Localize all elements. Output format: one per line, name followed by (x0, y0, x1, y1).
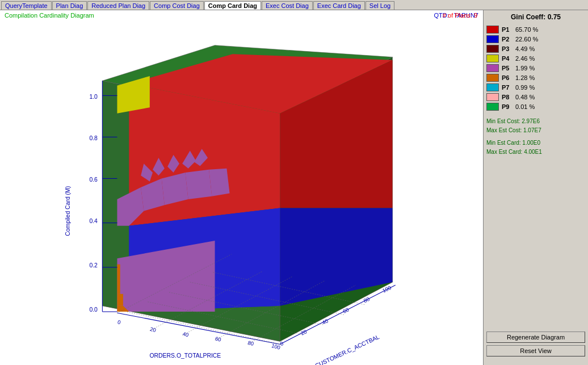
stats-section: Min Est Cost: 2.97E6 Max Est Cost: 1.07E… (486, 117, 585, 157)
legend-item-p2: P222.60 % (486, 35, 585, 43)
legend-pct-p4: 2.46 % (515, 55, 535, 62)
max-est-card: Max Est Card: 4.00E1 (486, 148, 585, 157)
legend-item-p7: P70.99 % (486, 83, 585, 91)
legend-color-p9 (486, 103, 499, 111)
min-est-card-label: Min Est Card: (486, 140, 521, 146)
tab-querytemplate[interactable]: QueryTemplate (1, 1, 52, 10)
tab-plan-diag[interactable]: Plan Diag (52, 1, 87, 10)
main-content: Compilation Cardinality Diagram QTD: TAR… (0, 10, 588, 365)
legend-pct-p5: 1.99 % (515, 65, 535, 72)
legend-item-p6: P61.28 % (486, 74, 585, 82)
diagram-header: Compilation Cardinality Diagram QTD: TAR… (0, 10, 483, 20)
legend-item-p9: P90.01 % (486, 103, 585, 111)
gini-value: 0.75 (548, 13, 561, 21)
legend-item-p4: P42.46 % (486, 54, 585, 62)
regenerate-button[interactable]: Regenerate Diagram (486, 332, 585, 343)
min-est-card-value: 1.00E0 (522, 140, 540, 146)
right-panel: Gini Coeff: 0.75 P165.70 %P222.60 %P34.4… (483, 10, 588, 365)
svg-text:0.0: 0.0 (89, 307, 98, 313)
legend-color-p5 (486, 64, 499, 72)
legend-pct-p3: 4.49 % (515, 45, 535, 52)
legend-color-p3 (486, 45, 499, 53)
max-est-cost-label: Max Est Cost: (486, 127, 522, 133)
legend-label-p1: P1 (502, 26, 514, 33)
tab-sel-log[interactable]: Sel Log (366, 1, 394, 10)
legend-pct-p1: 65.70 % (515, 26, 538, 33)
svg-marker-25 (117, 265, 120, 294)
svg-text:0.8: 0.8 (89, 135, 98, 141)
max-est-cost: Max Est Cost: 1.07E7 (486, 126, 585, 135)
chart-container[interactable]: 0.0 0.2 0.4 0.6 0.8 1.0 Compiled Card (M… (0, 22, 483, 365)
tab-comp-card-diag[interactable]: Comp Card Diag (204, 1, 261, 10)
reset-view-button[interactable]: Reset View (486, 345, 585, 356)
min-est-cost: Min Est Cost: 2.97E6 (486, 117, 585, 126)
legend-item-p3: P34.49 % (486, 45, 585, 53)
legend-color-p7 (486, 83, 499, 91)
max-est-card-label: Max Est Card: (486, 149, 522, 155)
svg-text:ORDERS.O_TOTALPRICE: ORDERS.O_TOTALPRICE (149, 353, 221, 359)
buttons-section: Regenerate Diagram Reset View (486, 332, 585, 362)
legend-item-p5: P51.99 % (486, 64, 585, 72)
tab-exec-card-diag[interactable]: Exec Card Diag (313, 1, 365, 10)
legend-pct-p6: 1.28 % (515, 74, 535, 81)
chart-svg: 0.0 0.2 0.4 0.6 0.8 1.0 Compiled Card (M… (0, 22, 483, 365)
diagram-title: Compilation Cardinality Diagram (5, 12, 94, 19)
legend-color-p4 (486, 54, 499, 62)
svg-text:Compiled Card (M): Compiled Card (M) (65, 186, 71, 236)
legend-label-p7: P7 (502, 84, 514, 91)
svg-text:1.0: 1.0 (89, 94, 98, 100)
svg-marker-17 (209, 169, 230, 196)
legend-color-p8 (486, 93, 499, 101)
legend-item-p1: P165.70 % (486, 26, 585, 33)
legend-label-p4: P4 (502, 55, 514, 62)
gini-coeff: Gini Coeff: 0.75 (486, 13, 585, 21)
min-est-cost-label: Min Est Cost: (486, 118, 520, 124)
max-est-cost-value: 1.07E7 (523, 127, 541, 133)
legend-label-p2: P2 (502, 36, 514, 43)
legend-label-p3: P3 (502, 45, 514, 52)
legend-container: P165.70 %P222.60 %P34.49 %P42.46 %P51.99… (486, 26, 585, 112)
svg-text:0.4: 0.4 (89, 218, 98, 224)
svg-text:0.2: 0.2 (89, 262, 98, 268)
tab-reduced-plan-diag[interactable]: Reduced Plan Diag (87, 1, 149, 10)
tab-exec-cost-diag[interactable]: Exec Cost Diag (262, 1, 313, 10)
legend-pct-p8: 0.48 % (515, 94, 535, 100)
legend-label-p5: P5 (502, 65, 514, 72)
legend-pct-p7: 0.99 % (515, 84, 535, 91)
num-plans: # of Plans: 9 (443, 12, 477, 19)
min-est-cost-value: 2.97E6 (522, 118, 540, 124)
legend-label-p6: P6 (502, 74, 514, 81)
svg-marker-16 (185, 170, 212, 199)
min-est-card: Min Est Card: 1.00E0 (486, 139, 585, 148)
legend-color-p1 (486, 26, 499, 33)
tab-comp-cost-diag[interactable]: Comp Cost Diag (150, 1, 204, 10)
legend-label-p8: P8 (502, 94, 514, 100)
svg-text:0.6: 0.6 (89, 177, 98, 183)
tab-bar: QueryTemplatePlan DiagReduced Plan DiagC… (0, 0, 588, 10)
diagram-area: Compilation Cardinality Diagram QTD: TAR… (0, 10, 483, 365)
legend-color-p2 (486, 35, 499, 43)
legend-pct-p9: 0.01 % (515, 103, 535, 110)
legend-color-p6 (486, 74, 499, 82)
legend-item-p8: P80.48 % (486, 93, 585, 101)
max-est-card-value: 4.00E1 (524, 149, 542, 155)
legend-label-p9: P9 (502, 103, 514, 110)
svg-marker-24 (117, 294, 123, 306)
gini-label: Gini Coeff: (511, 13, 545, 21)
legend-pct-p2: 22.60 % (515, 36, 538, 43)
